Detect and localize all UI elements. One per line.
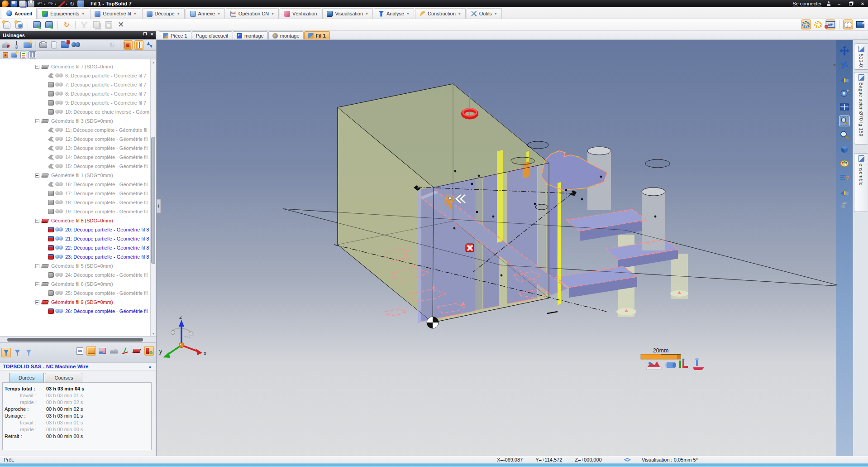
- tree-row-label[interactable]: 13: Découpe complète - Géométrie fil: [65, 145, 148, 151]
- measure-icon[interactable]: [58, 0, 65, 7]
- tree-row[interactable]: 18: Découpe complète - Géométrie fil: [0, 198, 151, 207]
- tree-row[interactable]: Géométrie fil 3 (SDG=0mm): [0, 116, 151, 125]
- tree-horizontal-scrollbar[interactable]: [0, 336, 156, 342]
- save-all-icon[interactable]: [19, 0, 26, 7]
- tree-row-label[interactable]: 23: Découpe partielle - Géométrie fil 8: [65, 254, 149, 260]
- machining-panel-header[interactable]: Usinages ✕: [0, 31, 156, 39]
- tree-row[interactable]: 25: Découpe complète - Géométrie fil: [0, 289, 151, 298]
- tree-row-label[interactable]: 22: Découpe partielle - Géométrie fil 8: [65, 245, 149, 250]
- operation-visibility-icon[interactable]: [55, 191, 63, 196]
- undo-icon[interactable]: ↶: [36, 0, 43, 7]
- light-icon[interactable]: [839, 186, 850, 197]
- tree-row[interactable]: Géométrie fil 5 (SDG=0mm): [0, 261, 151, 270]
- operation-visibility-icon[interactable]: [55, 291, 63, 295]
- operation-visibility-icon[interactable]: [55, 182, 63, 187]
- search-operation-button[interactable]: [72, 40, 81, 50]
- tree-row[interactable]: 19: Découpe complète - Géométrie fil: [0, 207, 151, 216]
- collapse-toggle-icon[interactable]: [35, 282, 39, 286]
- tree-row-label[interactable]: Géométrie fil 3 (SDG=0mm): [51, 118, 113, 124]
- watch-button[interactable]: [843, 19, 853, 29]
- filter-check-button[interactable]: [13, 348, 22, 357]
- viewport-layout-icon[interactable]: [839, 101, 850, 112]
- pan-icon[interactable]: [839, 45, 850, 56]
- collapse-panel-icon[interactable]: ▲: [148, 364, 152, 369]
- scene-box-icon[interactable]: [839, 144, 850, 154]
- ribbon-tab[interactable]: Construction ▼: [415, 8, 466, 19]
- close-document-icon[interactable]: ✕: [840, 63, 844, 67]
- zoom-icon[interactable]: [839, 130, 850, 140]
- viewport-mode-icons[interactable]: [647, 358, 704, 371]
- share-part-icon[interactable]: [77, 0, 84, 7]
- tree-row[interactable]: Géométrie fil 8 (SDG=0mm): [0, 216, 151, 225]
- operation-visibility-icon[interactable]: [55, 255, 63, 259]
- collapse-toggle-icon[interactable]: [35, 173, 39, 178]
- setup-display-button[interactable]: [144, 346, 154, 356]
- tree-row[interactable]: 10: Découpe de chute inversé - Géom: [0, 107, 151, 116]
- tree-row-label[interactable]: 9: Découpe partielle - Géométrie fil 7: [65, 100, 146, 106]
- ribbon-tab[interactable]: Opération CN ▼: [226, 8, 279, 19]
- operation-visibility-icon[interactable]: [55, 137, 63, 141]
- ribbon-tab[interactable]: Annexe ▼: [186, 8, 225, 19]
- scroll-down-icon[interactable]: ▼: [151, 331, 156, 336]
- 3d-scene[interactable]: z x y 20mm: [157, 40, 837, 456]
- side-document-tab[interactable]: ensemble: [854, 153, 868, 212]
- sort-operations-button[interactable]: [145, 40, 154, 50]
- scroll-up-icon[interactable]: ▲: [151, 59, 156, 65]
- ribbon-tab-dropdown-icon[interactable]: ▼: [177, 12, 180, 15]
- tree-row-label[interactable]: Géométrie fil 8 (SDG=0mm): [51, 218, 113, 223]
- tree-row[interactable]: 6: Découpe partielle - Géométrie fil 7: [0, 71, 151, 80]
- tool-library-button[interactable]: [86, 346, 96, 356]
- minimize-button[interactable]: –: [835, 1, 843, 7]
- mf-postprocessor-button[interactable]: MF: [825, 19, 835, 29]
- close-panel-icon[interactable]: ✕: [150, 32, 154, 37]
- filter-setup-icon[interactable]: [1, 51, 9, 58]
- collapse-toggle-icon[interactable]: [35, 264, 39, 268]
- ribbon-tab[interactable]: Analyse ▼: [374, 8, 414, 19]
- scrollbar-thumb[interactable]: [7, 338, 143, 342]
- operation-visibility-icon[interactable]: [55, 82, 63, 87]
- origin-ball[interactable]: [427, 317, 439, 328]
- collapse-toggle-icon[interactable]: [35, 300, 39, 304]
- visualisation-setting[interactable]: Visualisation : 0,05mm 5°: [642, 457, 698, 462]
- tree-row[interactable]: Géométrie fil 7 (SDG=0mm): [0, 62, 151, 71]
- ribbon-tab-dropdown-icon[interactable]: ▼: [81, 12, 85, 15]
- open-program-button[interactable]: [61, 40, 70, 50]
- ribbon-tab[interactable]: Vérification ▼: [280, 8, 321, 19]
- ribbon-tab-dropdown-icon[interactable]: ▼: [458, 12, 461, 15]
- tree-row[interactable]: Géométrie fil 1 (SDG=0mm): [0, 171, 151, 180]
- pin-panel-icon[interactable]: [143, 32, 147, 35]
- undo-dropdown-icon[interactable]: ▾: [44, 2, 45, 5]
- operation-visibility-icon[interactable]: [55, 227, 63, 232]
- ribbon-tab-dropdown-icon[interactable]: ▼: [365, 12, 368, 15]
- operation-visibility-icon[interactable]: [55, 246, 63, 250]
- document-tab[interactable]: montage: [268, 31, 304, 39]
- tree-row[interactable]: 16: Découpe complète - Géométrie fil: [0, 180, 151, 189]
- operations-tree[interactable]: Géométrie fil 7 (SDG=0mm) 6: Découpe par…: [0, 59, 151, 336]
- tree-row[interactable]: 15: Découpe complète - Géométrie fil: [0, 162, 151, 171]
- zoom-window-icon[interactable]: [839, 116, 850, 126]
- operation-visibility-icon[interactable]: [55, 273, 63, 277]
- tree-row[interactable]: 9: Découpe partielle - Géométrie fil 7: [0, 98, 151, 107]
- tree-row-label[interactable]: Géométrie fil 7 (SDG=0mm): [51, 64, 113, 69]
- ribbon-tab[interactable]: Géométrie fil ▼: [90, 8, 141, 19]
- tree-row-label[interactable]: 11: Découpe complète - Géométrie fil: [65, 127, 147, 133]
- collapse-toggle-icon[interactable]: [35, 219, 39, 223]
- axes-display-button[interactable]: [120, 346, 130, 356]
- tree-row-label[interactable]: Géométrie fil 1 (SDG=0mm): [51, 173, 113, 178]
- tree-row-label[interactable]: 10: Découpe de chute inversé - Géom: [65, 109, 149, 115]
- redo-icon[interactable]: ↷: [47, 0, 54, 7]
- tree-row-label[interactable]: Géométrie fil 6 (SDG=0mm): [51, 281, 113, 287]
- operation-visibility-icon[interactable]: [55, 236, 63, 241]
- document-tab[interactable]: montage: [233, 31, 268, 39]
- tree-row[interactable]: Géométrie fil 6 (SDG=0mm): [0, 279, 151, 289]
- tree-row[interactable]: 11: Découpe complète - Géométrie fil: [0, 125, 151, 135]
- machine-info-tab[interactable]: Courses: [45, 373, 82, 382]
- collapse-toggle-icon[interactable]: [35, 119, 39, 123]
- tree-row-label[interactable]: 12: Découpe complète - Géométrie fil: [65, 136, 148, 142]
- tree-row[interactable]: 12: Découpe complète - Géométrie fil: [0, 135, 151, 144]
- operations-list-icon[interactable]: [19, 51, 27, 58]
- ribbon-tab-dropdown-icon[interactable]: ▼: [406, 12, 410, 15]
- tree-row[interactable]: 8: Découpe partielle - Géométrie fil 7: [0, 89, 151, 98]
- print-icon[interactable]: [28, 0, 34, 7]
- ribbon-tab[interactable]: Outils ▼: [467, 8, 502, 19]
